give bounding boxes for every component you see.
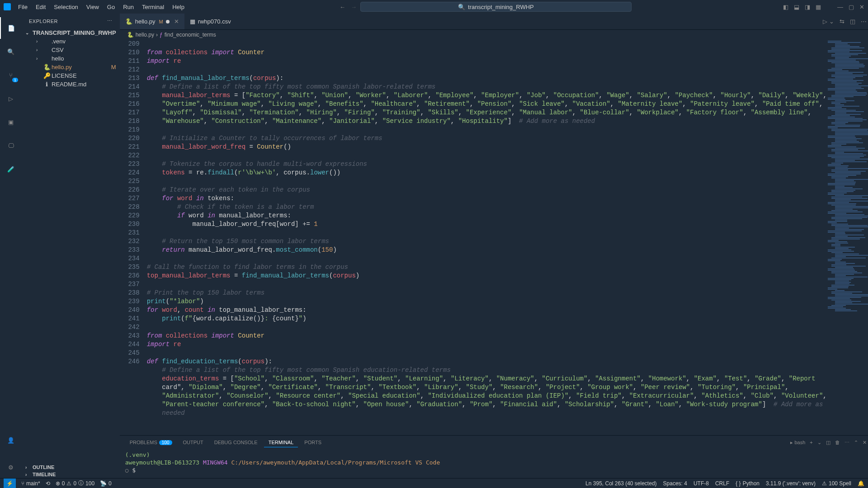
indentation[interactable]: Spaces: 4	[663, 480, 687, 487]
extensions-icon[interactable]: ▣	[0, 111, 22, 133]
breadcrumb-symbol[interactable]: find_economic_terms	[165, 32, 216, 38]
breadcrumb[interactable]: 🐍 hello.py › ƒ find_economic_terms	[120, 30, 868, 40]
trash-icon[interactable]: 🗑	[835, 440, 840, 445]
notifications-icon[interactable]: 🔔	[858, 480, 864, 487]
tree-item-label: README.md	[52, 81, 86, 88]
compare-icon[interactable]: ⇆	[840, 18, 844, 25]
menu-file[interactable]: File	[14, 2, 31, 12]
more-icon[interactable]: ⋯	[107, 18, 113, 24]
layout-grid-icon[interactable]: ▦	[816, 4, 821, 10]
terminal-tab-ports[interactable]: PORTS	[300, 438, 326, 447]
explorer-title: EXPLORER	[29, 19, 58, 24]
activity-bar: 📄 🔍 ⑂1 ▷ ▣ 🖵 🧪 👤 ⚙	[0, 14, 22, 478]
terminal-tab-debug-console[interactable]: DEBUG CONSOLE	[210, 438, 262, 447]
menu-selection[interactable]: Selection	[50, 2, 81, 12]
close-panel-icon[interactable]: ✕	[863, 440, 867, 446]
language-mode[interactable]: { } Python	[736, 480, 760, 487]
testing-icon[interactable]: 🧪	[0, 158, 22, 180]
tab-label: rwhp070.csv	[198, 18, 231, 25]
encoding[interactable]: UTF-8	[693, 480, 709, 487]
terminal-panel: PROBLEMS100OUTPUTDEBUG CONSOLETERMINALPO…	[120, 435, 868, 478]
timeline-label: TIMELINE	[33, 472, 56, 477]
search-title: transcript_mining_RWHP	[468, 4, 534, 10]
editor-tabs: 🐍hello.pyM✕▦rwhp070.csv ▷ ⌄ ⇆ ◫ ⋯	[120, 14, 868, 30]
vscode-icon	[4, 3, 11, 10]
tree-item-hello[interactable]: ›hello	[22, 54, 120, 63]
branch-indicator[interactable]: ⑂ main*	[21, 480, 40, 487]
terminal-content[interactable]: (.venv)aweymouth@LIB-D613273 MINGW64 C:/…	[120, 449, 868, 478]
symbol-icon: ƒ	[160, 32, 163, 38]
more-icon[interactable]: ⋯	[844, 440, 849, 446]
minimize-icon[interactable]: —	[837, 4, 843, 10]
workspace-name: TRANSCRIPT_MINING_RWHP	[33, 29, 116, 36]
dropdown-icon[interactable]: ⌄	[817, 440, 821, 446]
source-control-icon[interactable]: ⑂1	[0, 64, 22, 86]
maximize-icon[interactable]: ▢	[849, 4, 854, 10]
nav-back-icon[interactable]: ←	[340, 4, 345, 10]
run-icon[interactable]: ▷ ⌄	[823, 18, 834, 25]
remote-explorer-icon[interactable]: 🖵	[0, 135, 22, 156]
spell-check[interactable]: ⚠ 100 Spell	[822, 480, 851, 487]
menu-help[interactable]: Help	[169, 2, 188, 12]
tree-item-hello-py[interactable]: 🐍hello.pyM	[22, 63, 120, 71]
menu-run[interactable]: Run	[119, 2, 137, 12]
search-icon[interactable]: 🔍	[0, 41, 22, 62]
timeline-section[interactable]: › TIMELINE	[22, 471, 120, 478]
tree-item-label: .venv	[52, 38, 66, 45]
python-interpreter[interactable]: 3.11.9 ('.venv': venv)	[766, 480, 816, 487]
search-icon: 🔍	[458, 4, 465, 10]
modified-badge: M	[111, 64, 116, 70]
tree-item--venv[interactable]: ›.venv	[22, 37, 120, 46]
layout-left-icon[interactable]: ◧	[783, 4, 788, 10]
file-icon: 🐍	[43, 64, 50, 70]
workspace-root[interactable]: ⌄ TRANSCRIPT_MINING_RWHP	[22, 28, 120, 37]
terminal-shell[interactable]: ▸ bash	[790, 440, 805, 446]
nav-forward-icon[interactable]: →	[351, 4, 357, 10]
code-editor[interactable]: 2092102112122132142152162172182192202212…	[120, 40, 868, 435]
tree-item-CSV[interactable]: ›CSV	[22, 46, 120, 54]
outline-section[interactable]: › OUTLINE	[22, 464, 120, 471]
sync-indicator[interactable]: ⟲	[46, 480, 50, 487]
accounts-icon[interactable]: 👤	[0, 429, 22, 451]
menu-terminal[interactable]: Terminal	[138, 2, 168, 12]
layout-bottom-icon[interactable]: ⬓	[794, 4, 799, 10]
explorer-icon[interactable]: 📄	[0, 17, 22, 39]
terminal-tab-output[interactable]: OUTPUT	[179, 438, 208, 447]
close-icon[interactable]: ✕	[859, 4, 864, 10]
tab-hello-py[interactable]: 🐍hello.pyM✕	[120, 14, 184, 29]
split-icon[interactable]: ◫	[850, 18, 855, 25]
file-tree: ⌄ TRANSCRIPT_MINING_RWHP ›.venv›CSV›hell…	[22, 28, 120, 464]
eol[interactable]: CRLF	[715, 480, 729, 487]
remote-indicator[interactable]: ⚡	[4, 479, 16, 488]
new-terminal-icon[interactable]: +	[810, 440, 812, 445]
file-icon: 🐍	[127, 32, 134, 38]
breadcrumb-file[interactable]: hello.py	[136, 32, 154, 38]
terminal-tab-terminal[interactable]: TERMINAL	[264, 438, 298, 447]
menu-go[interactable]: Go	[104, 2, 118, 12]
outline-label: OUTLINE	[33, 465, 54, 470]
chevron-right-icon: ›	[36, 56, 42, 61]
tab-rwhp070-csv[interactable]: ▦rwhp070.csv	[184, 14, 236, 29]
split-terminal-icon[interactable]: ◫	[826, 440, 830, 446]
tree-item-LICENSE[interactable]: 🔑LICENSE	[22, 71, 120, 80]
minimap[interactable]	[827, 40, 868, 435]
tree-item-label: LICENSE	[52, 72, 77, 79]
file-icon: 🔑	[43, 72, 50, 79]
command-center[interactable]: 🔍 transcript_mining_RWHP	[360, 2, 632, 12]
file-icon: ℹ	[43, 81, 50, 88]
close-icon[interactable]: ✕	[174, 18, 179, 25]
chevron-down-icon: ⌄	[25, 30, 31, 35]
cursor-position[interactable]: Ln 395, Col 263 (40 selected)	[585, 480, 656, 487]
tree-item-README-md[interactable]: ℹREADME.md	[22, 80, 120, 89]
ports-indicator[interactable]: 📡 0	[100, 480, 112, 487]
settings-icon[interactable]: ⚙	[0, 456, 22, 478]
layout-right-icon[interactable]: ◨	[805, 4, 810, 10]
more-icon[interactable]: ⋯	[861, 18, 867, 25]
maximize-icon[interactable]: ⌃	[854, 440, 858, 446]
menu-bar: FileEditSelectionViewGoRunTerminalHelp	[14, 2, 188, 12]
terminal-tab-problems[interactable]: PROBLEMS100	[125, 438, 177, 447]
menu-view[interactable]: View	[83, 2, 103, 12]
menu-edit[interactable]: Edit	[32, 2, 49, 12]
problems-indicator[interactable]: ⊗ 0 ⚠ 0 ⓘ 100	[56, 479, 94, 487]
run-debug-icon[interactable]: ▷	[0, 88, 22, 109]
